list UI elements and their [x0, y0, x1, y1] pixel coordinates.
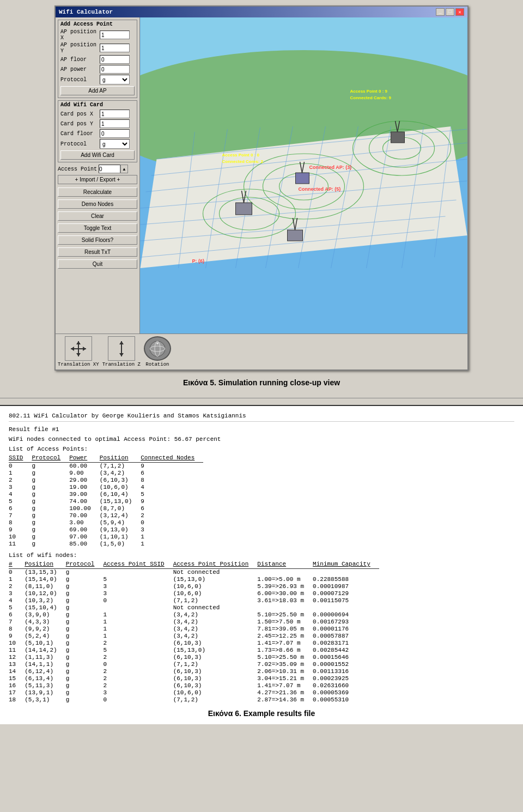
- wifi-cell: 0.00167293: [313, 619, 379, 626]
- ap-cell: 2: [9, 477, 32, 484]
- wifi-cell: (6,13,4): [25, 675, 65, 682]
- wifi-cell: (10,6,0): [173, 689, 258, 696]
- wifi-table-row: 3(10,12,0)g3(10,6,0)6.00=>30.00 m0.00007…: [9, 590, 379, 597]
- svg-marker-50: [71, 347, 74, 351]
- wifi-col-ap-ssid: Access Point SSID: [103, 561, 173, 569]
- result-txt-button[interactable]: Result TxT: [58, 247, 137, 257]
- wifi-cell: 2: [103, 682, 173, 689]
- solid-floors-button[interactable]: Solid Floors?: [58, 235, 137, 245]
- ap-cell: 9: [141, 498, 203, 505]
- wifi-col-position: Position: [25, 561, 65, 569]
- wifi-cell: 0: [103, 661, 173, 668]
- ap-cell: 39.00: [69, 491, 100, 498]
- wifi-cell: 0.00055310: [313, 696, 379, 704]
- card-protocol-select[interactable]: g b n: [100, 139, 130, 149]
- ap-cell: 69.00: [69, 526, 100, 534]
- ap-cell: g: [32, 512, 69, 519]
- wifi-cell: g: [66, 654, 104, 661]
- clear-button[interactable]: Clear: [58, 211, 137, 221]
- viewport[interactable]: Access Point 0 : 9 Connected Cards: 9 Ac…: [140, 17, 467, 334]
- wifi-cell: 4: [9, 597, 25, 604]
- translation-z-group[interactable]: Translation Z: [102, 336, 141, 367]
- svg-rect-30: [296, 173, 309, 184]
- wifi-cell: 0.00005369: [313, 689, 379, 696]
- ap-protocol-select[interactable]: g b n: [100, 75, 130, 84]
- card-pos-x-input[interactable]: [100, 110, 130, 118]
- translation-xy-icon[interactable]: [65, 336, 92, 361]
- ap-cell: 85.00: [69, 541, 100, 548]
- add-wifi-card-button[interactable]: Add Wifi Card: [60, 150, 135, 160]
- wifi-cell: (5,2,4): [25, 633, 65, 640]
- svg-point-58: [156, 342, 159, 344]
- translation-z-icon[interactable]: [108, 336, 135, 361]
- wifi-cell: (10,3,2): [25, 597, 65, 604]
- ap-cell: 6: [9, 505, 32, 512]
- wifi-cell: (6,12,4): [25, 668, 65, 675]
- ap-cell: g: [32, 498, 69, 505]
- ap-floor-input[interactable]: [100, 55, 130, 64]
- wifi-cell: 3: [103, 590, 173, 597]
- svg-marker-48: [76, 341, 81, 344]
- wifi-cell: (15,14,0): [25, 576, 65, 583]
- wifi-cell: (6,10,3): [173, 640, 258, 647]
- wifi-cell: (15,13,0): [173, 576, 258, 583]
- wifi-cell: 1.50=>7.50 m: [257, 619, 313, 626]
- wifi-cell: 10: [9, 640, 25, 647]
- wifi-cell: (4,3,3): [25, 619, 65, 626]
- quit-button[interactable]: Quit: [58, 259, 137, 269]
- wifi-cell: 5: [9, 604, 25, 611]
- ap-power-input[interactable]: [100, 65, 130, 74]
- wifi-cell: 2: [103, 668, 173, 675]
- ap-table-row: 11g85.00(1,5,0)1: [9, 541, 203, 548]
- wifi-cell: g: [66, 647, 104, 654]
- wifi-cell: 8: [9, 626, 25, 633]
- ap-pos-x-input[interactable]: [100, 31, 130, 39]
- ap-cell: 19.00: [69, 484, 100, 491]
- minimize-button[interactable]: _: [436, 8, 445, 16]
- add-ap-button[interactable]: Add AP: [60, 86, 135, 95]
- action-buttons: Recalculate Demo Nodes Clear Toggle Text…: [58, 186, 137, 269]
- rotation-group[interactable]: Rotation: [144, 336, 171, 367]
- wifi-cell: 0.00115075: [313, 597, 379, 604]
- wifi-cell: 3.04=>15.21 m: [257, 675, 313, 682]
- import-export-button[interactable]: + Import / Export +: [58, 175, 137, 184]
- wifi-cell: 5: [103, 576, 173, 583]
- access-point-row: Access Point ▲: [58, 165, 137, 173]
- demo-nodes-button[interactable]: Demo Nodes: [58, 199, 137, 209]
- wifi-cell: g: [66, 611, 104, 619]
- close-button[interactable]: ✕: [455, 8, 464, 16]
- translation-xy-group[interactable]: Translation XY: [58, 336, 99, 367]
- ap-pos-y-input[interactable]: [100, 44, 130, 52]
- ap-col-power: Power: [69, 455, 100, 463]
- ap-floor-row: AP floor: [60, 55, 135, 64]
- ap-cell: (6,10,4): [100, 491, 141, 498]
- access-point-spin-up[interactable]: ▲: [120, 165, 128, 173]
- wifi-cell: g: [66, 626, 104, 633]
- wifi-cell: 11: [9, 647, 25, 654]
- wifi-cell: g: [66, 696, 104, 704]
- wifi-table-row: 6(3,9,0)g1(3,4,2)5.10=>25.50 m0.00000694: [9, 611, 379, 619]
- svg-text:Connected AP: (5): Connected AP: (5): [299, 186, 341, 192]
- rotation-icon[interactable]: [144, 336, 171, 361]
- card-floor-input[interactable]: [100, 129, 130, 138]
- wifi-col-num: #: [9, 561, 25, 569]
- ap-cell: g: [32, 526, 69, 534]
- wifi-col-protocol: Protocol: [66, 561, 104, 569]
- wifi-cell: (5,11,3): [25, 682, 65, 689]
- wifi-cell: [257, 604, 313, 611]
- ap-table-row: 8g3.00(5,9,4)0: [9, 519, 203, 526]
- wifi-cell: g: [66, 590, 104, 597]
- access-point-input[interactable]: [99, 165, 120, 173]
- ap-cell: 74.00: [69, 498, 100, 505]
- wifi-cell: (6,10,3): [173, 675, 258, 682]
- left-panel: Add Access Point AP position X AP positi…: [56, 17, 140, 334]
- maximize-button[interactable]: □: [446, 8, 454, 16]
- ap-cell: 3: [141, 526, 203, 534]
- wifi-cell: 1: [9, 576, 25, 583]
- recalculate-button[interactable]: Recalculate: [58, 187, 137, 197]
- ap-pos-y-row: AP position Y: [60, 42, 135, 54]
- card-pos-x-row: Card pos X: [60, 110, 135, 118]
- toggle-text-button[interactable]: Toggle Text: [58, 223, 137, 233]
- card-pos-y-input[interactable]: [100, 119, 130, 128]
- wifi-cell: Not connected: [173, 604, 258, 611]
